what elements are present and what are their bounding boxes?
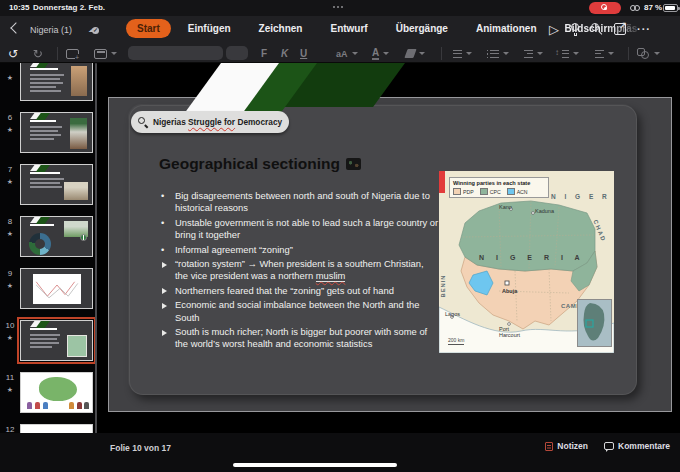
layout-button[interactable] — [94, 46, 117, 61]
slide-number: 7 — [4, 165, 16, 174]
bold-button[interactable]: F — [261, 46, 267, 61]
tab-start[interactable]: Start — [126, 19, 171, 38]
label-nigeria: N I G E R I A — [479, 254, 585, 261]
present-play-icon[interactable]: ▷ — [549, 23, 559, 36]
transition-star-icon: ★ — [4, 386, 16, 394]
slide-canvas: Nigerias Struggle for Democracy Geograph… — [98, 63, 680, 433]
slide-body-textbox[interactable]: •Big disagreements between north and sou… — [161, 190, 439, 353]
search-icon[interactable] — [591, 23, 603, 35]
undo-icon[interactable]: ↺ — [8, 46, 18, 61]
legend-item-acn: ACN — [507, 188, 528, 195]
thumbnail-preview[interactable] — [20, 372, 93, 413]
line-spacing-button[interactable] — [557, 46, 579, 61]
slide-title-textbox[interactable]: Geographical sectioning — [159, 155, 361, 173]
transition-star-icon: ★ — [4, 282, 16, 290]
font-size-input[interactable] — [226, 46, 248, 60]
numbering-button[interactable] — [487, 46, 509, 61]
label-lagos: Lagos — [445, 311, 460, 317]
slide-thumbnail-partial[interactable]: ★ — [0, 63, 96, 112]
screen-recording-indicator[interactable] — [589, 2, 621, 14]
bullet-item: Economic and social imbalance between th… — [161, 299, 439, 324]
label-port-harcourt: Port Harcourt — [499, 326, 529, 338]
thumbnail-preview[interactable] — [20, 320, 93, 361]
map-scale: 200 km — [448, 337, 464, 345]
map-legend: Winning parties in each state PDPCPCACN — [449, 177, 549, 198]
map-emoji-icon — [346, 158, 361, 170]
bullet-text: “rotation system” → When president is a … — [175, 258, 439, 283]
hotspot-link-icon — [630, 5, 642, 12]
tab-übergänge[interactable]: Übergänge — [385, 19, 459, 38]
document-title: Nigeria (1) — [30, 25, 72, 35]
comments-button[interactable]: Kommentare — [604, 441, 670, 451]
bullet-item: South is much richer; North is bigger bu… — [161, 326, 439, 351]
slide-number: 6 — [4, 113, 16, 122]
tab-animationen[interactable]: Animationen — [465, 19, 548, 38]
bullet-text: Unstable government is not able to lead … — [175, 217, 439, 242]
bullet-text: Informal agreement “zoning” — [175, 244, 293, 256]
multitasking-dots-icon[interactable] — [333, 6, 343, 8]
slide-number: 8 — [4, 217, 16, 226]
align-button[interactable] — [592, 46, 614, 61]
slide-thumbnail-6[interactable]: 6★ — [0, 112, 96, 164]
back-chevron-icon[interactable] — [10, 22, 21, 33]
bullet-item: “rotation system” → When president is a … — [161, 258, 439, 283]
bullet-item: •Big disagreements between north and sou… — [161, 190, 439, 215]
slide-thumbnail-10[interactable]: 10★ — [0, 320, 96, 372]
tab-zeichnen[interactable]: Zeichnen — [248, 19, 314, 38]
shapes-icon — [637, 48, 650, 59]
thumbnail-preview[interactable] — [20, 268, 93, 309]
nigeria-election-map-image[interactable]: Winning parties in each state PDPCPCACN … — [439, 171, 614, 353]
slide-thumbnail-8[interactable]: 8★ — [0, 216, 96, 268]
ribbon-tab-bar: Nigeria (1) ☁✓ StartEinfügenZeichnenEntw… — [0, 16, 680, 44]
tab-einfügen[interactable]: Einfügen — [177, 19, 242, 38]
bullet-item: •Informal agreement “zoning” — [161, 244, 439, 256]
arrow-bullet-marker — [161, 258, 175, 283]
italic-button[interactable]: K — [281, 46, 288, 61]
slide-thumbnail-9[interactable]: 9★ — [0, 268, 96, 320]
notes-button[interactable]: Notizen — [545, 441, 588, 451]
transition-star-icon: ★ — [4, 74, 16, 82]
bullets-button[interactable] — [450, 46, 472, 61]
cloud-saved-icon[interactable]: ☁✓ — [88, 23, 99, 34]
slide-position-label: Folie 10 von 17 — [110, 443, 171, 453]
thumbnail-preview[interactable] — [20, 164, 93, 205]
thumbnail-preview[interactable] — [20, 63, 93, 101]
slide-thumbnail-11[interactable]: 11★ — [0, 372, 96, 424]
home-indicator[interactable] — [233, 463, 397, 467]
text-format-button[interactable]: aA — [336, 46, 358, 61]
search-tag-text: Nigerias Struggle for Democracy — [153, 117, 282, 127]
notes-icon — [545, 442, 553, 451]
label-niger: N I G E R — [551, 193, 610, 200]
port-harcourt-marker — [508, 323, 511, 326]
lightbulb-tellme-icon[interactable] — [570, 23, 580, 36]
redo-icon[interactable]: ↺ — [33, 46, 43, 61]
underline-button[interactable]: U — [300, 46, 307, 61]
more-ellipsis-icon[interactable]: ··· — [637, 23, 651, 35]
tab-entwurf[interactable]: Entwurf — [319, 19, 378, 38]
thumbnail-preview[interactable] — [20, 216, 93, 257]
transition-star-icon: ★ — [4, 230, 16, 238]
comments-icon — [604, 442, 614, 450]
formatting-toolbar: ↺ ↺ F K U aA A — [0, 44, 680, 63]
red-corner-tab — [439, 171, 445, 193]
search-tag-shape[interactable]: Nigerias Struggle for Democracy — [131, 111, 289, 133]
transition-star-icon: ★ — [4, 178, 16, 186]
slide-thumbnail-7[interactable]: 7★ — [0, 164, 96, 216]
label-kano: Kano — [499, 204, 512, 210]
sidebar-scrollbar[interactable] — [95, 63, 97, 460]
legend-item-cpc: CPC — [480, 188, 501, 195]
thumbnail-preview[interactable] — [20, 112, 93, 153]
label-abuja: Abuja — [502, 288, 517, 294]
share-icon[interactable]: ↗ — [614, 23, 626, 35]
indent-button[interactable] — [521, 46, 543, 61]
font-name-input[interactable] — [128, 46, 223, 60]
shapes-button[interactable] — [637, 46, 660, 61]
font-color-button[interactable]: A — [372, 46, 389, 61]
new-slide-button[interactable] — [66, 46, 79, 61]
highlight-button[interactable] — [406, 46, 425, 61]
slide-10-editing-surface[interactable]: Nigerias Struggle for Democracy Geograph… — [108, 97, 672, 412]
record-icon — [601, 4, 607, 10]
bullet-text: Northerners feared that the “zoning” get… — [175, 285, 394, 297]
arrow-bullet-marker — [161, 299, 175, 324]
powerpoint-app: 10:35 Donnerstag 2. Feb. 87 % Nigeria (1… — [0, 0, 680, 472]
